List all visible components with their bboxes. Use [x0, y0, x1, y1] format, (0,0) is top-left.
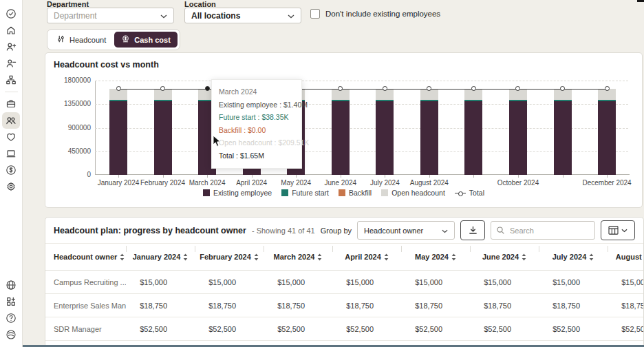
cash-cost-toggle-button[interactable]: Cash cost: [114, 32, 178, 48]
gridline: [95, 104, 628, 105]
column-header-march-2024[interactable]: March 2024: [264, 244, 332, 270]
column-header-label: March 2024: [274, 253, 315, 261]
total-marker-12[interactable]: [605, 86, 610, 91]
column-header-july-2024[interactable]: July 2024: [539, 244, 608, 270]
bar-segment-existing-employee[interactable]: [464, 101, 482, 175]
x-axis-tick: [207, 175, 208, 178]
bar-segment-existing-employee[interactable]: [332, 101, 350, 175]
x-axis-tick: [563, 175, 564, 178]
bar-segment-future-start[interactable]: [376, 100, 394, 102]
apps-add-icon[interactable]: [2, 293, 20, 310]
owner-cell: Campus Recruiting ...: [45, 278, 126, 286]
globe-icon[interactable]: [2, 277, 20, 293]
scrollbar-fragment[interactable]: [637, 0, 644, 2]
heart-icon[interactable]: [2, 129, 20, 145]
group-by-select[interactable]: Headcount owner: [357, 221, 455, 240]
legend-item-future-start[interactable]: Future start: [281, 189, 329, 197]
exclude-existing-checkbox[interactable]: [310, 9, 320, 19]
total-marker-2[interactable]: [160, 86, 165, 91]
x-axis-tick: [607, 175, 608, 178]
legend-item-open-headcount[interactable]: Open headcount: [381, 189, 445, 197]
value-cell: $15,000: [264, 278, 332, 286]
value-cell: $15,000: [195, 278, 264, 286]
value-cell: $52,500: [195, 325, 264, 333]
location-select[interactable]: All locations: [184, 8, 301, 23]
column-header-april-2024[interactable]: April 2024: [332, 244, 401, 270]
legend-item-backfill[interactable]: Backfill: [339, 189, 372, 197]
legend-item-total[interactable]: Total: [455, 189, 484, 197]
legend-label: Future start: [292, 189, 329, 197]
value-cell: $18,750: [195, 302, 264, 310]
sidebar: [0, 0, 23, 347]
briefcase-icon[interactable]: [2, 96, 20, 112]
chart-legend: Existing employeeFuture startBackfillOpe…: [45, 189, 642, 197]
chevron-down-icon: [621, 229, 627, 233]
table-row[interactable]: Campus Recruiting ...$15,000$15,000$15,0…: [45, 271, 643, 294]
bar-segment-existing-employee[interactable]: [420, 101, 438, 175]
column-header-june-2024[interactable]: June 2024: [470, 244, 539, 270]
column-header-headcount-owner[interactable]: Headcount owner: [45, 244, 126, 270]
value-cell: $15,000: [470, 278, 539, 286]
bar-segment-future-start[interactable]: [554, 100, 572, 102]
tooltip-line: Backfill : $0.00: [219, 124, 294, 137]
home-icon[interactable]: [2, 22, 20, 39]
total-marker-11[interactable]: [560, 86, 565, 91]
bar-segment-future-start[interactable]: [464, 100, 482, 102]
y-tick-label: 450000: [45, 147, 91, 155]
columns-button[interactable]: [601, 220, 635, 240]
search-icon: [496, 226, 505, 235]
bar-segment-existing-employee[interactable]: [509, 101, 527, 175]
team-icon[interactable]: [2, 112, 20, 129]
column-header-may-2024[interactable]: May 2024: [401, 244, 470, 270]
column-header-february-2024[interactable]: February 2024: [195, 244, 264, 270]
column-header-january-2024[interactable]: January 2024: [126, 244, 195, 270]
view-toggle: Headcount Cash cost: [47, 29, 180, 50]
total-marker-7[interactable]: [383, 86, 387, 91]
user-add-icon[interactable]: [2, 39, 20, 55]
column-header-label: January 2024: [133, 253, 181, 261]
chart-title: Headcount cost vs month: [54, 60, 159, 70]
bar-segment-existing-employee[interactable]: [154, 101, 172, 175]
bar-segment-existing-employee[interactable]: [598, 101, 616, 175]
legend-item-existing-employee[interactable]: Existing employee: [203, 189, 272, 197]
bar-segment-existing-employee[interactable]: [376, 101, 394, 175]
x-axis-tick: [518, 175, 519, 178]
bar-segment-future-start[interactable]: [154, 100, 172, 102]
table-row[interactable]: SDR Manager$52,500$52,500$52,500$52,500$…: [45, 317, 643, 341]
column-header-august-2024[interactable]: August 2024: [608, 244, 644, 270]
bar-segment-future-start[interactable]: [332, 100, 350, 102]
total-marker-1[interactable]: [116, 86, 121, 91]
bar-segment-future-start[interactable]: [420, 100, 438, 102]
legend-label: Open headcount: [391, 189, 445, 197]
bar-segment-existing-employee[interactable]: [109, 101, 127, 175]
gridline: [95, 128, 628, 129]
bar-segment-existing-employee[interactable]: [554, 101, 572, 175]
search-input[interactable]: [491, 221, 595, 240]
department-select[interactable]: Department: [47, 8, 174, 23]
user-remove-icon[interactable]: [2, 55, 20, 72]
check-circle-icon[interactable]: [2, 6, 20, 22]
bar-segment-future-start[interactable]: [598, 100, 616, 102]
group-by-label: Group by: [321, 227, 352, 235]
payroll-icon[interactable]: [2, 162, 20, 178]
sort-icon: [589, 253, 594, 261]
value-cell: $18,750: [608, 302, 644, 310]
headcount-toggle-button[interactable]: Headcount: [50, 32, 113, 48]
settings-icon[interactable]: [2, 178, 20, 195]
column-header-label: April 2024: [345, 253, 381, 261]
owner-cell: Enterprise Sales Man...: [45, 302, 126, 310]
help-icon[interactable]: [2, 310, 20, 326]
legend-line-marker: [455, 191, 466, 196]
value-cell: $52,500: [401, 325, 470, 333]
total-marker-3[interactable]: [205, 86, 210, 91]
device-icon[interactable]: [2, 145, 20, 162]
total-marker-9[interactable]: [471, 86, 476, 91]
bar-segment-future-start[interactable]: [509, 100, 527, 102]
org-chart-icon[interactable]: [2, 72, 20, 88]
support-icon[interactable]: [2, 326, 20, 343]
legend-swatch: [339, 189, 345, 196]
download-button[interactable]: [460, 220, 485, 240]
sort-icon: [120, 253, 125, 261]
bar-segment-future-start[interactable]: [109, 100, 127, 102]
table-row[interactable]: Enterprise Sales Man...$18,750$18,750$18…: [45, 294, 643, 317]
